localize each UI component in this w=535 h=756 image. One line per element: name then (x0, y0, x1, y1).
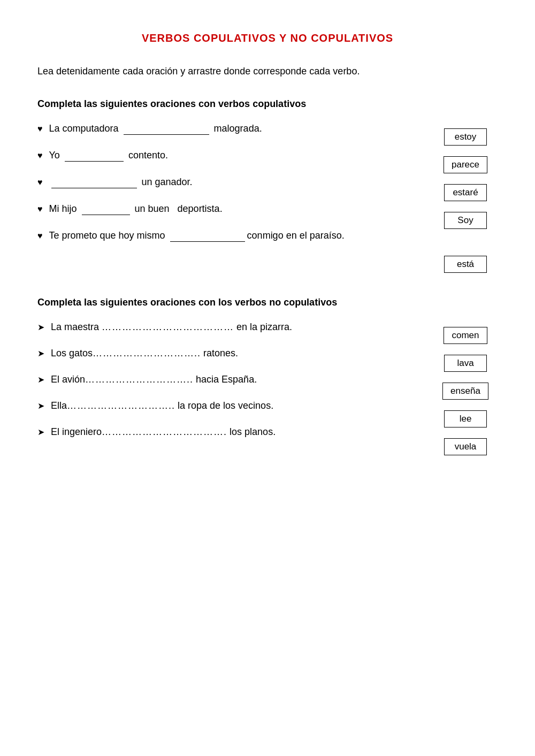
nc-sentence-3-text: El avión………………………….. hacia España. (51, 374, 257, 385)
instruction-text: Lea detenidamente cada oración y arrastr… (37, 66, 498, 77)
section-no-copulativos: Completa las siguientes oraciones con lo… (37, 297, 498, 455)
nc-sentence-4: ➤ Ella………………………….. la ropa de los vecino… (37, 400, 423, 411)
nc-sentence-5-text: El ingeniero………………………………. los planos. (51, 426, 276, 438)
section2-sentences: ➤ La maestra ………………………………… en la pizarra… (37, 322, 433, 455)
bullet-1: ♥ (37, 124, 43, 134)
nc-sentence-2: ➤ Los gatos………………………….. ratones. (37, 348, 423, 359)
nc-blank-4[interactable]: ………………………….. (67, 400, 175, 411)
blank-1[interactable] (124, 123, 209, 135)
answer-box-vuela[interactable]: vuela (444, 438, 487, 455)
answer-box-lee[interactable]: lee (444, 410, 487, 427)
nc-sentence-4-text: Ella………………………….. la ropa de los vecinos. (51, 400, 273, 411)
nc-blank-3[interactable]: ………………………….. (85, 374, 193, 385)
sentence-1-text: La computadora malograda. (49, 123, 262, 135)
arrow-4: ➤ (37, 401, 44, 411)
sentence-1: ♥ La computadora malograda. (37, 123, 423, 135)
nc-sentence-3: ➤ El avión………………………….. hacia España. (37, 374, 423, 385)
answer-box-lava[interactable]: lava (444, 355, 487, 372)
sentence-5-text: Te prometo que hoy mismo conmigo en el p… (49, 230, 345, 242)
nc-sentence-2-text: Los gatos………………………….. ratones. (51, 348, 238, 359)
nc-blank-5[interactable]: ………………………………. (102, 426, 227, 437)
nc-sentence-5: ➤ El ingeniero………………………………. los planos. (37, 426, 423, 438)
section1-answers: estoy parece estaré Soy está (433, 123, 498, 273)
sentence-2: ♥ Yo contento. (37, 150, 423, 162)
page-title: VERBOS COPULATIVOS Y NO COPULATIVOS (37, 32, 498, 44)
sentence-5: ♥ Te prometo que hoy mismo conmigo en el… (37, 230, 423, 242)
sentence-3-text: un ganador. (49, 177, 193, 188)
section-copulativos: Completa las siguientes oraciones con ve… (37, 98, 498, 273)
section2-title: Completa las siguientes oraciones con lo… (37, 297, 498, 308)
arrow-3: ➤ (37, 375, 44, 385)
sentence-4: ♥ Mi hijo un buen deportista. (37, 203, 423, 215)
arrow-2: ➤ (37, 348, 44, 358)
answer-box-soy[interactable]: Soy (444, 212, 487, 229)
blank-4[interactable] (82, 203, 130, 215)
section2-answers: comen lava enseña lee vuela (433, 322, 498, 455)
bullet-3: ♥ (37, 178, 43, 187)
sentence-4-text: Mi hijo un buen deportista. (49, 203, 223, 215)
nc-sentence-1-text: La maestra ………………………………… en la pizarra. (51, 322, 292, 333)
answer-box-esta[interactable]: está (444, 256, 487, 273)
answer-box-parece[interactable]: parece (444, 156, 487, 173)
nc-sentence-1: ➤ La maestra ………………………………… en la pizarra… (37, 322, 423, 333)
blank-2[interactable] (65, 150, 124, 162)
arrow-5: ➤ (37, 427, 44, 437)
answer-box-comen[interactable]: comen (444, 327, 487, 344)
sentence-2-text: Yo contento. (49, 150, 168, 162)
answer-box-ensena[interactable]: enseña (442, 383, 488, 400)
section1-content: ♥ La computadora malograda. ♥ Yo content… (37, 123, 498, 273)
section1-title: Completa las siguientes oraciones con ve… (37, 98, 498, 110)
answer-box-estare[interactable]: estaré (444, 184, 487, 201)
section2-content: ➤ La maestra ………………………………… en la pizarra… (37, 322, 498, 455)
nc-blank-2[interactable]: ………………………….. (93, 348, 201, 358)
blank-5[interactable] (170, 230, 245, 242)
section1-sentences: ♥ La computadora malograda. ♥ Yo content… (37, 123, 433, 273)
bullet-4: ♥ (37, 204, 43, 214)
bullet-2: ♥ (37, 151, 43, 161)
page: VERBOS COPULATIVOS Y NO COPULATIVOS Lea … (0, 0, 535, 756)
blank-3[interactable] (51, 177, 137, 188)
bullet-5: ♥ (37, 231, 43, 241)
answer-box-estoy[interactable]: estoy (444, 128, 487, 146)
arrow-1: ➤ (37, 322, 44, 332)
nc-blank-1[interactable]: ………………………………… (102, 322, 234, 332)
sentence-3: ♥ un ganador. (37, 177, 423, 188)
